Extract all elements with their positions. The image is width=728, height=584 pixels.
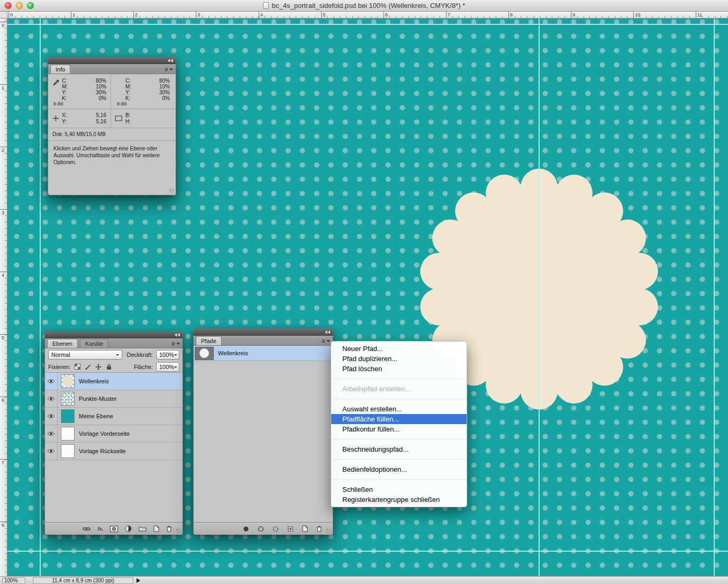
layer-thumbnail[interactable]	[61, 427, 75, 441]
ruler-left[interactable]: 0 1 2 3 4 5 6 7 8 9	[0, 19, 7, 576]
new-group-folder-icon[interactable]	[139, 526, 147, 532]
layer-row[interactable]: Meine Ebene	[45, 408, 183, 425]
link-layers-icon[interactable]	[83, 527, 90, 531]
menu-separator	[331, 394, 467, 404]
resize-grip[interactable]	[326, 528, 332, 534]
lock-position-move-icon[interactable]	[94, 363, 103, 371]
menu-separator	[331, 454, 467, 464]
fill-path-icon[interactable]	[243, 526, 249, 532]
panel-drag-bar[interactable]	[45, 331, 183, 338]
panel-drag-bar[interactable]	[48, 57, 176, 64]
info-panel: Info C:80% M:10% Y:30% K:0% 8-Bit C:80% …	[48, 57, 176, 195]
minimize-window-button[interactable]	[16, 2, 23, 9]
tab-pfade[interactable]: Pfade	[196, 336, 222, 345]
panel-menu-icon[interactable]	[322, 338, 331, 344]
tab-info[interactable]: Info	[50, 65, 70, 74]
menu-item-beschneidungspfad[interactable]: Beschneidungspfad...	[331, 444, 467, 454]
ruler-corner[interactable]	[0, 12, 7, 19]
layer-thumbnail[interactable]	[61, 444, 75, 458]
chevron-down-icon	[174, 354, 177, 357]
visibility-toggle[interactable]	[45, 373, 58, 390]
menu-item-registerkartengruppe-schliessen[interactable]: Registerkartengruppe schließen	[331, 495, 467, 505]
layer-row[interactable]: Wellenkreis	[45, 373, 183, 390]
layer-thumbnail[interactable]	[61, 374, 75, 388]
window-titlebar: bc_4s_portrait_sidefold.psd bei 100% (We…	[0, 0, 728, 12]
fill-select[interactable]: 100%	[156, 362, 179, 372]
guide-vertical-right[interactable]	[714, 19, 715, 576]
eye-icon	[47, 396, 55, 401]
document-dimensions-field[interactable]: 11,4 cm x 8,9 cm (300 ppi)	[33, 577, 133, 584]
menu-item-neuer-pfad[interactable]: Neuer Pfad...	[331, 344, 467, 354]
resize-grip[interactable]	[176, 528, 181, 534]
visibility-toggle[interactable]	[45, 425, 58, 442]
layer-name: Wellenkreis	[79, 378, 109, 384]
layer-mask-icon[interactable]	[110, 526, 118, 532]
resize-grip[interactable]	[169, 188, 175, 194]
menu-item-pfad-loeschen[interactable]: Pfad löschen	[331, 364, 467, 374]
lock-transparency-icon[interactable]	[72, 363, 82, 371]
visibility-toggle[interactable]	[45, 443, 58, 460]
layers-panel: Ebenen Kanäle Normal Deckkraft: 100% Fix…	[44, 331, 183, 534]
adjustment-layer-icon[interactable]	[125, 525, 132, 532]
lock-pixels-brush-icon[interactable]	[83, 363, 93, 371]
guide-horizontal-bottom[interactable]	[7, 551, 728, 552]
tab-ebenen[interactable]: Ebenen	[47, 339, 78, 348]
layer-row[interactable]: Vorlage Rückseite	[45, 443, 183, 460]
menu-item-arbeitspfad-erstellen: Arbeitspfad erstellen...	[331, 384, 467, 394]
layer-row[interactable]: Punkte-Muster	[45, 390, 183, 408]
status-options-arrow-icon[interactable]	[136, 578, 140, 583]
zoom-window-button[interactable]	[27, 2, 34, 9]
panel-menu-icon[interactable]	[165, 66, 174, 73]
ruler-top[interactable]: 0 1 2 3 4 5 6 7 8 9 10 11	[7, 12, 728, 19]
menu-item-schliessen[interactable]: Schließen	[331, 484, 467, 495]
delete-layer-trash-icon[interactable]	[166, 525, 172, 532]
new-layer-icon[interactable]	[153, 525, 159, 532]
blend-mode-select[interactable]: Normal	[48, 350, 122, 360]
collapse-panel-icon[interactable]	[175, 333, 180, 337]
menu-item-pfadkontur-fuellen[interactable]: Pfadkontur füllen...	[331, 424, 467, 434]
visibility-toggle[interactable]	[45, 408, 58, 425]
visibility-toggle[interactable]	[45, 390, 58, 407]
size-rectangle-icon	[115, 115, 122, 121]
path-row[interactable]: Wellenkreis	[194, 346, 333, 361]
collapse-panel-icon[interactable]	[168, 59, 173, 62]
make-work-path-icon[interactable]	[287, 526, 294, 532]
lock-all-icon[interactable]	[104, 363, 114, 371]
color-readout-2: C:80% M:10% Y:30% K:0%	[125, 78, 170, 101]
new-path-icon[interactable]	[302, 525, 308, 532]
menu-item-bedienfeldoptionen[interactable]: Bedienfeldoptionen...	[331, 464, 467, 474]
layer-row[interactable]: Vorlage Vorderseite	[45, 425, 183, 443]
window-title: bc_4s_portrait_sidefold.psd bei 100% (We…	[272, 2, 465, 10]
tab-kanaele[interactable]: Kanäle	[80, 339, 108, 348]
chevron-down-icon	[174, 366, 177, 370]
collapse-panel-icon[interactable]	[325, 330, 330, 334]
opacity-label: Deckkraft:	[126, 352, 153, 358]
document-proxy-icon	[263, 2, 269, 9]
zoom-level-field[interactable]: 100%	[2, 577, 25, 584]
guide-vertical-left[interactable]	[40, 19, 41, 576]
delete-path-trash-icon[interactable]	[316, 525, 322, 532]
eye-icon	[47, 414, 55, 419]
load-path-as-selection-icon[interactable]	[272, 526, 279, 532]
layer-style-icon[interactable]: fx.	[97, 526, 103, 532]
eye-icon	[47, 431, 55, 436]
menu-separator	[331, 434, 467, 444]
path-thumbnail[interactable]	[195, 347, 214, 360]
stroke-path-icon[interactable]	[258, 526, 264, 532]
opacity-select[interactable]: 100%	[156, 350, 179, 360]
bit-depth-label: 8-Bit	[53, 101, 63, 106]
menu-item-pfadflaeche-fuellen[interactable]: Pfadfläche füllen...	[331, 414, 467, 424]
color-readout-1: C:80% M:10% Y:30% K:0%	[62, 78, 106, 101]
guide-horizontal-top[interactable]	[7, 24, 728, 25]
eyedropper-icon[interactable]	[52, 79, 59, 86]
layer-thumbnail[interactable]	[61, 409, 75, 423]
menu-item-auswahl-erstellen[interactable]: Auswahl erstellen...	[331, 404, 467, 414]
close-window-button[interactable]	[5, 2, 12, 9]
panel-drag-bar[interactable]	[194, 329, 333, 336]
guide-vertical-center[interactable]	[539, 19, 540, 576]
panel-menu-icon[interactable]	[171, 340, 180, 347]
layer-thumbnail[interactable]	[61, 392, 75, 406]
menu-item-pfad-duplizieren[interactable]: Pfad duplizieren...	[331, 354, 467, 364]
menu-separator	[331, 474, 467, 484]
layer-name: Meine Ebene	[79, 413, 113, 419]
